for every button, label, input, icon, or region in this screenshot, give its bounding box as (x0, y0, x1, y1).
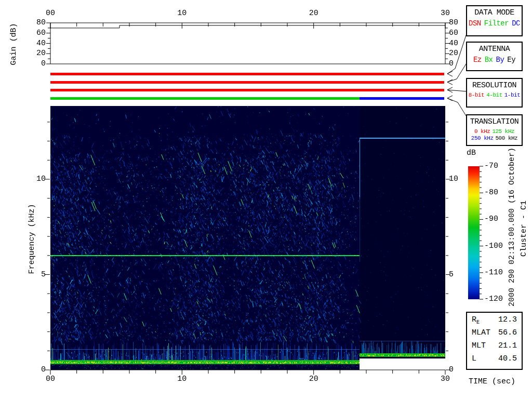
gain-tick-label: 80 (449, 19, 471, 27)
spacecraft-vertical-label: Cluster - C1 (520, 201, 528, 257)
legend-item-1-bit: 1-bit (504, 92, 521, 99)
db-tick-label: -100 (484, 242, 515, 250)
orbit-parameters-table: RE 12.3 MLAT 56.6 MLT 21.1 L 40.5 (466, 312, 523, 370)
legend-item-row: 0 kHz125 kHz (467, 128, 522, 135)
time-tick-label: 00 (40, 9, 61, 18)
time-tick-label: 30 (435, 375, 456, 383)
resolution-bar-segment (50, 89, 444, 91)
time-tick-label: 00 (40, 375, 61, 383)
db-tick-label: -90 (484, 215, 515, 223)
table-row: L 40.5 (472, 355, 517, 366)
freq-tick-label: 5 (449, 271, 471, 279)
orbit-param-value: 21.1 (498, 342, 517, 353)
orbit-param-label: RE (472, 316, 480, 327)
table-row: MLAT 56.6 (472, 329, 517, 340)
legend-item-bx: Bx (485, 56, 493, 64)
legend-title: DATA MODE (467, 9, 522, 17)
legend-item-filter: Filter (484, 19, 509, 28)
legend-item-8-bit: 8-bit (469, 92, 485, 99)
db-tick-label: -120 (484, 295, 515, 303)
gain-curve (50, 25, 445, 28)
data-mode-bar-segment (50, 73, 444, 75)
legend-box-antenna: ANTENNA EzBxByEy (466, 42, 523, 71)
legend-item-row: 250 kHz500 kHz (467, 135, 522, 142)
legend-item-ez: Ez (473, 56, 482, 64)
orbit-param-value: 12.3 (498, 316, 517, 327)
colorbar-title: dB (467, 149, 476, 157)
orbit-param-label: MLT (472, 342, 486, 353)
plot-line (447, 98, 458, 102)
freq-tick-label: 10 (24, 175, 46, 183)
legend-title: TRANSLATION (467, 118, 522, 126)
spectrogram-canvas (50, 106, 445, 370)
legend-item-0-khz: 0 kHz (474, 128, 490, 135)
plot-line (447, 90, 453, 92)
legend-item-row: 8-bit4-bit1-bit (467, 92, 522, 99)
gain-axis-title: Gain (dB) (10, 23, 18, 65)
legend-box-resolution: RESOLUTION 8-bit4-bit1-bit (466, 78, 523, 108)
legend-item-by: By (496, 56, 504, 64)
antenna-bar-segment (50, 81, 444, 84)
colorbar-gradient (468, 166, 480, 299)
plot-line (447, 71, 453, 74)
plot-line (447, 82, 453, 85)
orbit-param-value: 56.6 (498, 329, 517, 340)
gain-tick-label: 20 (24, 49, 46, 58)
legend-items: 8-bit4-bit1-bit (467, 92, 522, 99)
legend-item-250-khz: 250 kHz (471, 135, 494, 142)
plot-line (447, 79, 453, 82)
legend-box-translation: TRANSLATION 0 kHz125 kHz250 kHz500 kHz (466, 114, 523, 146)
legend-items: 0 kHz125 kHz250 kHz500 kHz (467, 128, 522, 142)
plot-line (447, 69, 455, 74)
legend-items: DSNFilterDC (467, 19, 522, 28)
time-axis-title: TIME (sec) (469, 378, 515, 386)
legend-item-500-khz: 500 kHz (496, 135, 518, 142)
gain-tick-label: 0 (24, 60, 46, 68)
legend-item-125-khz: 125 kHz (492, 128, 514, 135)
time-tick-label: 20 (303, 375, 324, 383)
legend-item-ey: Ey (507, 56, 515, 64)
table-row: MLT 21.1 (472, 342, 517, 353)
freq-tick-label: 10 (449, 175, 471, 183)
datetime-vertical-label: 2000 290 02:13:00.000 (16 October) (508, 148, 516, 307)
gain-tick-label: 20 (449, 49, 471, 58)
db-tick-label: -70 (484, 162, 515, 170)
gain-tick-label: 60 (449, 29, 471, 37)
freq-tick-label: 5 (24, 271, 46, 279)
legend-box-data-mode: DATA MODE DSNFilterDC (466, 5, 523, 36)
plot-line (447, 96, 453, 98)
freq-tick-label: 0 (24, 366, 46, 374)
gain-tick-label: 40 (24, 39, 46, 48)
legend-item-row: DSNFilterDC (467, 19, 522, 28)
freq-tick-label: 0 (449, 366, 471, 374)
legend-title: ANTENNA (467, 45, 522, 54)
db-tick-label: -110 (484, 269, 515, 277)
orbit-param-label: L (472, 355, 476, 366)
db-tick-label: -80 (484, 189, 515, 197)
legend-item-dc: DC (512, 19, 520, 28)
legend-items: EzBxByEy (467, 56, 522, 64)
plot-line (447, 79, 457, 82)
gain-tick-label: 0 (449, 60, 471, 68)
time-tick-label: 20 (303, 9, 324, 18)
legend-item-4-bit: 4-bit (486, 92, 502, 99)
legend-title: RESOLUTION (467, 82, 522, 90)
plot-line (447, 74, 453, 76)
time-tick-label: 10 (171, 9, 192, 18)
wbd-spectrogram-figure: Gain (dB) Frequency (kHz) TIME (sec) dB … (0, 0, 532, 399)
plot-line (447, 87, 453, 90)
gain-tick-label: 60 (24, 29, 46, 37)
plot-line (447, 90, 467, 91)
time-tick-label: 10 (171, 375, 192, 383)
frequency-axis-title: Frequency (kHz) (28, 204, 36, 274)
translation-bar-segment (360, 97, 444, 100)
plot-line (447, 98, 453, 101)
time-tick-label: 30 (435, 9, 456, 18)
orbit-param-label: MLAT (472, 329, 490, 340)
translation-bar-segment (50, 97, 360, 100)
gain-tick-label: 40 (449, 39, 471, 48)
orbit-param-value: 40.5 (498, 355, 517, 366)
gain-tick-label: 80 (24, 19, 46, 27)
legend-item-row: EzBxByEy (467, 56, 522, 64)
table-row: RE 12.3 (472, 316, 517, 327)
